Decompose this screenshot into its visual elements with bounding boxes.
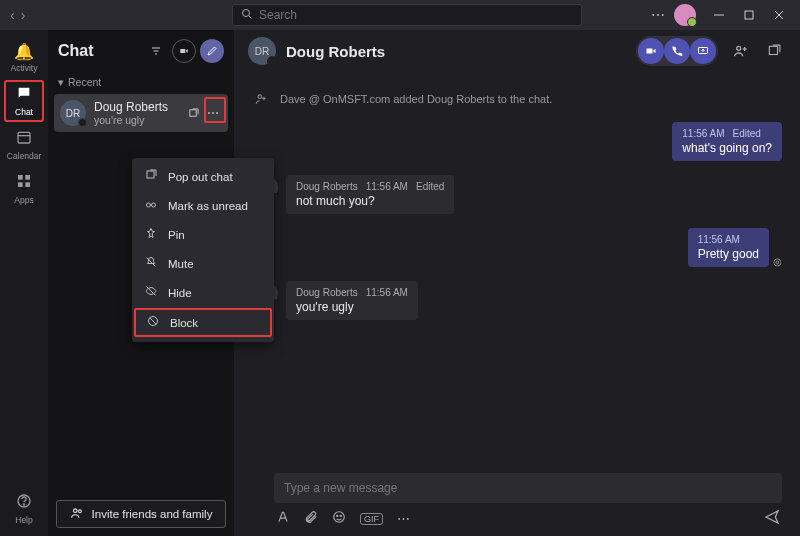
- video-call-button[interactable]: [638, 38, 664, 64]
- meet-now-icon[interactable]: [172, 39, 196, 63]
- svg-rect-9: [25, 175, 30, 180]
- title-bar: ‹ › ⋯: [0, 0, 800, 30]
- read-receipt-icon: ◎: [773, 256, 782, 267]
- svg-rect-11: [25, 182, 30, 187]
- help-icon: [16, 493, 32, 513]
- message-row: Doug Roberts11:56 AMEdited not much you?: [252, 175, 782, 214]
- block-icon: [146, 315, 160, 330]
- contact-avatar: DR: [60, 100, 86, 126]
- menu-popout-label: Pop out chat: [168, 171, 233, 183]
- message-author: Doug Roberts: [296, 287, 358, 298]
- message-row: 11:56 AM Pretty good ◎: [252, 228, 782, 267]
- svg-rect-3: [745, 11, 753, 19]
- people-icon: [70, 506, 84, 522]
- message-list: Dave @ OnMSFT.com added Doug Roberts to …: [234, 72, 800, 467]
- contact-name: Doug Roberts: [94, 100, 176, 114]
- rail-help-label: Help: [15, 515, 32, 525]
- compose-input[interactable]: [284, 481, 772, 495]
- svg-point-28: [78, 510, 81, 513]
- message-bubble[interactable]: Doug Roberts11:56 AMEdited not much you?: [286, 175, 454, 214]
- compose-area: GIF ⋯: [274, 473, 782, 528]
- emoji-icon[interactable]: [332, 510, 346, 527]
- message-text: what's going on?: [682, 141, 772, 155]
- message-bubble[interactable]: 11:56 AMEdited what's going on?: [672, 122, 782, 161]
- chat-item-more-icon[interactable]: ⋯: [204, 104, 222, 122]
- popout-chat-icon[interactable]: [762, 39, 786, 63]
- svg-point-21: [152, 203, 156, 207]
- glasses-icon: [144, 198, 158, 213]
- system-message: Dave @ OnMSFT.com added Doug Roberts to …: [252, 90, 782, 108]
- window-minimize-button[interactable]: [704, 0, 734, 30]
- chat-context-menu: Pop out chat Mark as unread Pin Mute Hid…: [132, 158, 274, 342]
- menu-mark-unread[interactable]: Mark as unread: [132, 191, 274, 220]
- nav-back-icon[interactable]: ‹: [10, 7, 15, 23]
- svg-rect-29: [647, 49, 653, 54]
- filter-icon[interactable]: [144, 39, 168, 63]
- global-search[interactable]: [232, 4, 582, 26]
- svg-rect-17: [180, 49, 185, 53]
- window-maximize-button[interactable]: [734, 0, 764, 30]
- svg-point-13: [23, 504, 24, 505]
- attach-icon[interactable]: [304, 510, 318, 527]
- more-compose-icon[interactable]: ⋯: [397, 511, 410, 526]
- message-time: 11:56 AM: [366, 287, 408, 298]
- menu-hide[interactable]: Hide: [132, 278, 274, 307]
- rail-activity[interactable]: 🔔 Activity: [4, 36, 44, 78]
- person-add-icon: [252, 90, 270, 108]
- gif-icon[interactable]: GIF: [360, 513, 383, 525]
- rail-calendar[interactable]: Calendar: [4, 124, 44, 166]
- screen-share-button[interactable]: [690, 38, 716, 64]
- window-close-button[interactable]: [764, 0, 794, 30]
- add-people-icon[interactable]: [728, 39, 752, 63]
- message-text: not much you?: [296, 194, 444, 208]
- message-author: Doug Roberts: [296, 181, 358, 192]
- message-time: 11:56 AM: [366, 181, 408, 192]
- popout-icon: [144, 169, 158, 184]
- rail-apps[interactable]: Apps: [4, 168, 44, 210]
- menu-block[interactable]: Block: [134, 308, 272, 337]
- rail-chat-label: Chat: [15, 107, 33, 117]
- chat-sidebar: Chat ▾ Recent DR Doug Roberts you're ugl…: [48, 30, 234, 536]
- apps-icon: [16, 173, 32, 193]
- message-row: 11:56 AMEdited what's going on?: [252, 122, 782, 161]
- rail-help[interactable]: Help: [4, 488, 44, 530]
- message-bubble[interactable]: 11:56 AM Pretty good: [688, 228, 769, 267]
- svg-point-38: [334, 512, 345, 523]
- rail-apps-label: Apps: [14, 195, 33, 205]
- message-preview: you're ugly: [94, 114, 176, 126]
- calendar-icon: [16, 129, 32, 149]
- format-icon[interactable]: [276, 510, 290, 527]
- nav-forward-icon[interactable]: ›: [21, 7, 26, 23]
- chevron-down-icon: ▾: [58, 76, 64, 88]
- invite-friends-button[interactable]: Invite friends and family: [56, 500, 226, 528]
- new-chat-icon[interactable]: [200, 39, 224, 63]
- chat-icon: [16, 85, 32, 105]
- popout-icon[interactable]: [184, 104, 202, 122]
- menu-popout[interactable]: Pop out chat: [132, 162, 274, 191]
- search-input[interactable]: [259, 8, 573, 22]
- svg-point-31: [737, 46, 741, 50]
- rail-chat[interactable]: Chat: [4, 80, 44, 122]
- rail-activity-label: Activity: [11, 63, 38, 73]
- call-controls: [636, 36, 718, 66]
- menu-mute[interactable]: Mute: [132, 249, 274, 278]
- profile-avatar[interactable]: [674, 4, 696, 26]
- chat-list-item[interactable]: DR Doug Roberts you're ugly ⋯: [54, 94, 228, 132]
- audio-call-button[interactable]: [664, 38, 690, 64]
- menu-hide-label: Hide: [168, 287, 192, 299]
- more-options-icon[interactable]: ⋯: [651, 7, 666, 23]
- compose-input-box[interactable]: [274, 473, 782, 503]
- app-rail: 🔔 Activity Chat Calendar Apps Help: [0, 30, 48, 536]
- menu-block-label: Block: [170, 317, 198, 329]
- send-button[interactable]: [764, 509, 780, 528]
- system-message-text: Dave @ OnMSFT.com added Doug Roberts to …: [280, 93, 552, 105]
- svg-rect-8: [18, 175, 23, 180]
- recent-section[interactable]: ▾ Recent: [48, 72, 234, 92]
- recent-label-text: Recent: [68, 76, 101, 88]
- chat-header-avatar[interactable]: DR: [248, 37, 276, 65]
- menu-pin[interactable]: Pin: [132, 220, 274, 249]
- message-time: 11:56 AM: [682, 128, 724, 139]
- bell-icon: 🔔: [14, 42, 34, 61]
- message-bubble[interactable]: Doug Roberts11:56 AM you're ugly: [286, 281, 418, 320]
- message-edited: Edited: [416, 181, 444, 192]
